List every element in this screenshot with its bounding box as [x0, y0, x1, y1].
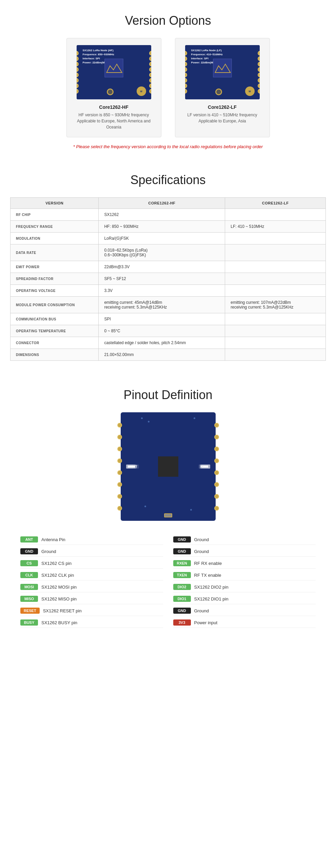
pcb-pad	[258, 67, 260, 72]
spec-row-hf: HF: 850 ~ 930MHz	[99, 221, 225, 233]
spec-row-lf	[225, 209, 326, 221]
pcb-chip-hf	[104, 59, 123, 77]
pcb-pad	[77, 67, 79, 72]
pcb-pad	[77, 62, 79, 66]
spec-row-hf: castellated edge / solder holes, pitch 2…	[99, 337, 225, 349]
pin-def-row-right: RXENRF RX enable	[173, 558, 316, 569]
pin-badge: MOSI	[20, 584, 38, 590]
spec-row-hf: 3.3V	[99, 285, 225, 297]
pcb-pad	[258, 78, 260, 83]
pcb-image-hf: SX1262 LoRa Node (HF) Frequence: 850~930…	[77, 45, 151, 99]
pin-def-row-right: GNDGround	[173, 546, 316, 557]
pcb-pad	[149, 89, 151, 94]
pin-desc: Power input	[194, 620, 218, 625]
spec-row-hf: SPI	[99, 313, 225, 325]
pcb-pad	[185, 56, 187, 61]
col-header-lf: CORE1262-LF	[225, 198, 326, 209]
col-header-hf: CORE1262-HF	[99, 198, 225, 209]
pin-badge: 3V3	[173, 619, 191, 626]
pin-def-row-left: BUSYSX1262 BUSY pin	[20, 617, 163, 628]
pin-def-row-left: RESETSX1262 RESET pin	[20, 606, 163, 616]
spec-row-label: CONNECTOR	[11, 337, 99, 349]
pcb-antenna-connector	[164, 513, 172, 517]
version-options-section: Version Options	[0, 0, 336, 159]
pcb-logo-hf: W	[137, 86, 146, 96]
card-hf-name: Core1262-HF	[74, 104, 154, 110]
pcb-pad	[258, 51, 260, 56]
pcb-dots	[121, 412, 216, 521]
spec-row-label: MODULATION	[11, 233, 99, 244]
spec-row-lf	[225, 273, 326, 285]
spec-row-label: OPERATING TEMPERATURE	[11, 325, 99, 337]
pin-def-row-left: CSSX1262 CS pin	[20, 558, 163, 569]
pin-badge: GND	[20, 548, 38, 554]
pcb-pad	[185, 73, 187, 77]
pcb-pad	[77, 56, 79, 61]
version-notice: * Please select the frequency version ac…	[20, 144, 316, 149]
pin-def-row-right: DIO2SX1262 DIO2 pin	[173, 582, 316, 592]
pin-desc: SX1262 DIO1 pin	[194, 596, 229, 601]
spec-row-hf: LoRa/(G)FSK	[99, 233, 225, 244]
pin-desc: Ground	[41, 549, 56, 554]
spec-row-lf	[225, 244, 326, 261]
spec-row-lf	[225, 325, 326, 337]
spec-row-lf	[225, 337, 326, 349]
specifications-title: Specifications	[10, 173, 326, 187]
pin-desc: SX1262 MISO pin	[41, 596, 77, 601]
spec-row-hf: SF5 ~ SF12	[99, 273, 225, 285]
spec-row-hf: emitting current: 45mA@14dBm receiving c…	[99, 297, 225, 313]
pin-def-row-left: MISOSX1262 MISO pin	[20, 594, 163, 604]
card-lf-desc: LF version is 410 ~ 510MHz frequency App…	[182, 112, 263, 124]
pin-def-row-left: ANTAntenna Pin	[20, 534, 163, 545]
spec-row-lf	[225, 285, 326, 297]
pin-badge: CLK	[20, 572, 38, 578]
pcb-pad	[77, 73, 79, 77]
col-header-version: VERSION	[11, 198, 99, 209]
pcb-pad	[185, 89, 187, 94]
pin-def-row-left: GNDGround	[20, 546, 163, 557]
pin-desc: RF TX enable	[194, 573, 221, 578]
pcb-diagram: ANT GND CS CLK MOSI MISO RESET BUSY GND …	[121, 412, 216, 521]
pin-badge: BUSY	[20, 619, 38, 626]
spec-row-label: EMIT POWER	[11, 261, 99, 273]
pcb-pad	[149, 83, 151, 88]
pcb-pad	[149, 78, 151, 83]
pin-badge: ANT	[20, 536, 38, 542]
spec-row-hf: 21.00×52.00mm	[99, 349, 225, 361]
pin-def-row-right: 3V3Power input	[173, 617, 316, 628]
pin-desc: Ground	[194, 608, 209, 613]
spec-row-hf: 0.018~62.5Kbps (LoRa) 0.6~300Kbps ((G)FS…	[99, 244, 225, 261]
pinout-section: Pinout Definition ANT GND	[0, 374, 336, 635]
spec-row-hf: 22dBm@3.3V	[99, 261, 225, 273]
spec-row-label: DATA RATE	[11, 244, 99, 261]
pcb-pad	[149, 56, 151, 61]
pin-desc: SX1262 RESET pin	[43, 608, 82, 613]
pcb-pad	[185, 78, 187, 83]
pin-badge: MISO	[20, 596, 38, 602]
pin-def-row-left: MOSISX1262 MOSI pin	[20, 582, 163, 592]
spec-row-lf: emitting current: 107mA@22dBm receiving …	[225, 297, 326, 313]
pinout-title: Pinout Definition	[10, 388, 326, 402]
pcb-pad	[149, 62, 151, 66]
pcb-pad	[149, 67, 151, 72]
pcb-antenna-hf	[107, 88, 114, 95]
pcb-logo-lf: W	[245, 86, 255, 96]
pcb-pad	[149, 51, 151, 56]
pin-badge: GND	[173, 608, 191, 614]
pin-badge: RESET	[20, 608, 40, 614]
pcb-pad	[77, 51, 79, 56]
pin-badge: DIO1	[173, 596, 191, 602]
pin-def-row-right: DIO1SX1262 DIO1 pin	[173, 594, 316, 604]
pin-desc: SX1262 CS pin	[41, 561, 72, 566]
spec-row-lf	[225, 349, 326, 361]
version-card-lf: SX1262 LoRa Node (LF) Frequence: 410~516…	[175, 38, 270, 137]
pcb-pad	[258, 56, 260, 61]
version-options-title: Version Options	[20, 14, 316, 28]
spec-row-lf	[225, 313, 326, 325]
pcb-pad	[258, 73, 260, 77]
pin-desc: SX1262 MOSI pin	[41, 585, 77, 590]
pin-desc: SX1262 DIO2 pin	[194, 585, 229, 590]
pcb-pad	[185, 67, 187, 72]
pin-def-row-right: GNDGround	[173, 606, 316, 616]
pin-badge: GND	[173, 536, 191, 542]
